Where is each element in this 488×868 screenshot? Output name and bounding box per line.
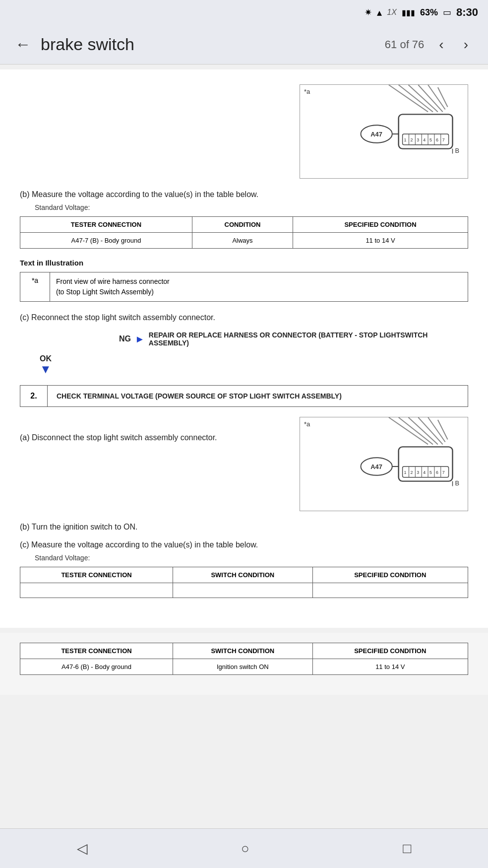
ng-action-text: REPAIR OR REPLACE HARNESS OR CONNECTOR (… bbox=[149, 331, 468, 347]
step-2-number: 2. bbox=[20, 386, 48, 406]
nav-bar: ← brake switch 61 of 76 ‹ › bbox=[0, 25, 488, 65]
table3-row1-col1: A47-6 (B) - Body ground bbox=[20, 659, 173, 675]
next-page-button[interactable]: › bbox=[459, 34, 473, 55]
back-button[interactable]: ← bbox=[15, 35, 31, 54]
page-title: brake switch bbox=[41, 35, 375, 54]
recents-nav-button[interactable]: □ bbox=[403, 841, 411, 857]
voltage-table-3: TESTER CONNECTION SWITCH CONDITION SPECI… bbox=[20, 643, 468, 675]
table3-row1-col2: Ignition switch ON bbox=[173, 659, 312, 675]
bluetooth-icon: ✷ bbox=[365, 7, 372, 18]
body-text-c2: (c) Measure the voltage according to the… bbox=[20, 539, 468, 551]
diagram-star-a-label: *a bbox=[304, 88, 310, 95]
step-2-content: CHECK TERMINAL VOLTAGE (POWER SOURCE OF … bbox=[48, 386, 351, 406]
svg-rect-32 bbox=[399, 447, 453, 481]
standard-voltage-label-1: Standard Voltage: bbox=[35, 203, 468, 211]
svg-text:4: 4 bbox=[423, 137, 426, 142]
svg-text:1: 1 bbox=[404, 470, 407, 475]
back-nav-button[interactable]: ◁ bbox=[77, 840, 88, 857]
svg-text:2: 2 bbox=[410, 137, 413, 142]
table3-col3-header: SPECIFIED CONDITION bbox=[312, 643, 468, 659]
status-bar: ✷ ▴ 1X ▮▮▮ 63% ▭ 8:30 bbox=[0, 0, 488, 25]
table2-col1-header: TESTER CONNECTION bbox=[20, 567, 173, 583]
diagram2-star-a-label: *a bbox=[304, 420, 310, 428]
illustration-table-1: *a Front view of wire harness connector … bbox=[20, 272, 468, 302]
table3-col2-header: SWITCH CONDITION bbox=[173, 643, 312, 659]
ng-arrow-icon: ► bbox=[135, 334, 145, 345]
svg-line-1 bbox=[399, 85, 433, 112]
svg-line-2 bbox=[408, 85, 437, 112]
body-text-b1: (b) Measure the voltage according to the… bbox=[20, 189, 468, 200]
ok-arrow-icon: ▼ bbox=[40, 363, 52, 375]
table2-empty-row bbox=[20, 583, 468, 598]
illustration-text: Front view of wire harness connector (to… bbox=[50, 272, 468, 302]
voltage-table-1: TESTER CONNECTION CONDITION SPECIFIED CO… bbox=[20, 216, 468, 249]
page-info: 61 of 76 bbox=[385, 38, 425, 51]
body-text-c1: (c) Reconnect the stop light switch asse… bbox=[20, 312, 468, 324]
illustration-label: *a bbox=[20, 272, 50, 302]
ng-section: NG ► REPAIR OR REPLACE HARNESS OR CONNEC… bbox=[119, 331, 468, 347]
table2-col2-header: SWITCH CONDITION bbox=[173, 567, 312, 583]
svg-text:3: 3 bbox=[417, 137, 419, 142]
ok-section: OK ▼ bbox=[40, 354, 468, 375]
svg-text:1: 1 bbox=[404, 137, 407, 142]
table1-row1-col2: Always bbox=[192, 233, 293, 249]
table1-col3-header: SPECIFIED CONDITION bbox=[293, 217, 468, 233]
diagram-container-1: *a 1 2 bbox=[20, 84, 468, 179]
clock: 8:30 bbox=[456, 6, 478, 19]
table1-col2-header: CONDITION bbox=[192, 217, 293, 233]
table-row: A47-6 (B) - Body ground Ignition switch … bbox=[20, 659, 468, 675]
table-row: A47-7 (B) - Body ground Always 11 to 14 … bbox=[20, 233, 468, 249]
svg-text:6: 6 bbox=[436, 137, 438, 142]
svg-text:7: 7 bbox=[442, 137, 445, 142]
svg-text:4: 4 bbox=[423, 470, 426, 475]
table1-row1-col3: 11 to 14 V bbox=[293, 233, 468, 249]
connector-diagram-2: *a 1 2 3 4 5 6 bbox=[300, 417, 468, 511]
step2-body-text-container: (a) Disconnect the stop light switch ass… bbox=[20, 417, 285, 447]
svg-text:6: 6 bbox=[436, 470, 438, 475]
table3-col1-header: TESTER CONNECTION bbox=[20, 643, 173, 659]
svg-text:2: 2 bbox=[410, 470, 413, 475]
main-content-section1: *a 1 2 bbox=[0, 69, 488, 628]
signal-bars-icon: ▮▮▮ bbox=[402, 8, 415, 17]
table2-col3-header: SPECIFIED CONDITION bbox=[312, 567, 468, 583]
svg-text:B: B bbox=[455, 147, 459, 154]
step-2-box: 2. CHECK TERMINAL VOLTAGE (POWER SOURCE … bbox=[20, 385, 468, 407]
bottom-nav-bar: ◁ ○ □ bbox=[0, 828, 488, 868]
table3-row1-col3: 11 to 14 V bbox=[312, 659, 468, 675]
connector-diagram-1: *a 1 2 bbox=[300, 84, 468, 179]
voltage-table-2-partial: TESTER CONNECTION SWITCH CONDITION SPECI… bbox=[20, 567, 468, 598]
body-text-b2: (b) Turn the ignition switch to ON. bbox=[20, 521, 468, 533]
table1-row1-col1: A47-7 (B) - Body ground bbox=[20, 233, 192, 249]
bottom-section: TESTER CONNECTION SWITCH CONDITION SPECI… bbox=[0, 633, 488, 695]
status-icons: ✷ ▴ 1X ▮▮▮ 63% ▭ 8:30 bbox=[365, 6, 478, 19]
svg-rect-6 bbox=[399, 114, 453, 148]
step2-diagram-row: (a) Disconnect the stop light switch ass… bbox=[20, 417, 468, 511]
network-label: 1X bbox=[387, 8, 397, 17]
table1-col1-header: TESTER CONNECTION bbox=[20, 217, 192, 233]
battery-icon: ▭ bbox=[443, 7, 451, 18]
svg-text:7: 7 bbox=[442, 470, 445, 475]
svg-text:3: 3 bbox=[417, 470, 419, 475]
svg-text:5: 5 bbox=[429, 137, 432, 142]
home-nav-button[interactable]: ○ bbox=[241, 841, 249, 857]
battery-percent: 63% bbox=[420, 7, 438, 18]
svg-line-5 bbox=[438, 87, 448, 107]
connector-svg-2: 1 2 3 4 5 6 7 A47 B bbox=[300, 417, 468, 511]
svg-line-31 bbox=[438, 420, 448, 440]
standard-voltage-label-2: Standard Voltage: bbox=[35, 554, 468, 562]
svg-text:B: B bbox=[455, 479, 459, 487]
svg-line-28 bbox=[408, 417, 437, 444]
text-in-illustration-heading: Text in Illustration bbox=[20, 259, 468, 267]
wifi-icon: ▴ bbox=[377, 6, 382, 18]
svg-line-27 bbox=[399, 417, 433, 444]
body-text-a2: (a) Disconnect the stop light switch ass… bbox=[20, 432, 285, 444]
prev-page-button[interactable]: ‹ bbox=[434, 34, 448, 55]
illustration-row: *a Front view of wire harness connector … bbox=[20, 272, 468, 302]
ng-label: NG bbox=[119, 334, 131, 343]
svg-text:A47: A47 bbox=[370, 463, 382, 470]
svg-text:5: 5 bbox=[429, 470, 432, 475]
connector-svg-1: 1 2 3 4 5 6 7 A47 B bbox=[300, 85, 468, 178]
svg-text:A47: A47 bbox=[370, 131, 382, 138]
